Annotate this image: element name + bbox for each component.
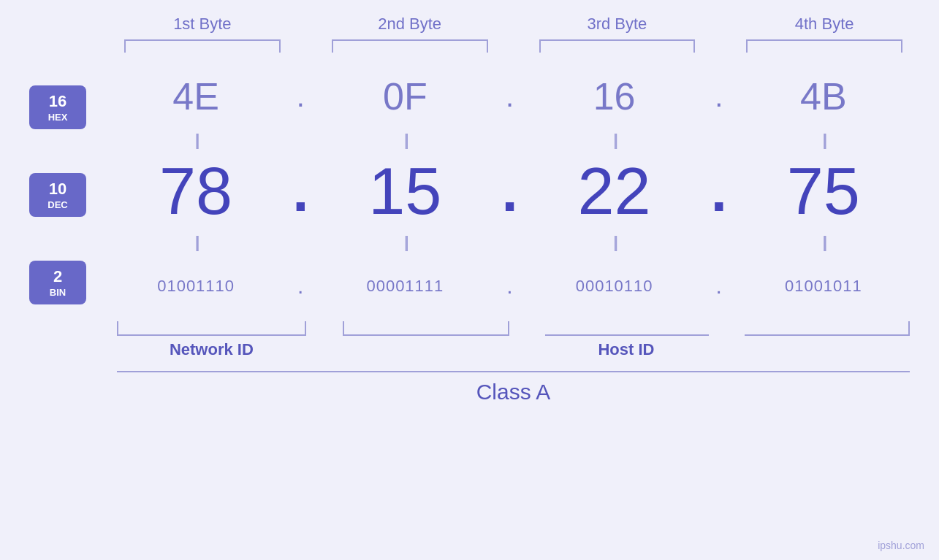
dec-val-2: 15 [368,154,441,229]
dec-val-1: 78 [159,154,232,229]
network-id-label: Network ID [170,340,254,358]
hex-val-2: 0F [383,74,427,118]
hex-base-label: HEX [48,112,68,123]
host-bracket [343,321,509,336]
dot-bin-1: . [297,274,303,299]
dot-hex-2: . [506,82,514,111]
base-labels: 16 HEX 10 DEC 2 BIN [29,67,110,315]
eq-4: || [822,131,824,150]
dec-val-3: 22 [578,154,651,229]
bin-val-3: 00010110 [576,277,653,296]
main-container: 1st Byte 2nd Byte 3rd Byte 4th Byte 16 H… [0,0,939,560]
host-id-label: Host ID [598,340,654,358]
dot-dec-1: . [292,162,308,220]
eq-3: || [613,131,615,150]
bottom-brackets [117,321,910,336]
equals-row-2: || || || || [110,228,910,257]
eq-8: || [822,233,824,252]
bin-base-num: 2 [53,267,62,286]
top-bracket-3 [539,39,696,53]
hex-val-4: 4B [800,74,847,118]
eq-5: || [194,233,197,252]
dot-bin-2: . [506,274,512,299]
bin-val-1: 01001110 [157,277,235,296]
bin-val-2: 00001111 [366,277,444,296]
hex-row: 4E . 0F . 16 . 4B [110,67,910,126]
bin-val-4: 01001011 [785,277,862,296]
dec-base-label: DEC [47,199,67,210]
bottom-labels: Network ID Host ID [117,340,910,359]
dec-row: 78 . 15 . 22 . 75 [110,155,910,228]
class-bar: Class A [117,371,910,404]
hex-base-num: 16 [49,92,66,111]
hex-badge: 16 HEX [29,85,86,129]
dec-base-num: 10 [49,180,66,199]
eq-1: || [194,131,197,150]
bin-badge: 2 BIN [29,261,86,304]
dot-hex-3: . [715,82,723,111]
byte-header-2: 2nd Byte [324,15,495,39]
hex-val-3: 16 [593,74,636,118]
network-bracket [117,321,306,336]
bottom-section: Network ID Host ID [117,321,910,359]
dot-dec-3: . [711,162,727,220]
equals-row-1: || || || || [110,126,910,155]
dot-bin-3: . [716,274,722,299]
top-bracket-2 [332,39,488,53]
eq-2: || [404,131,406,150]
dec-val-4: 75 [787,154,860,229]
byte-header-4: 4th Byte [739,15,910,39]
top-bracket-1 [124,39,281,53]
dec-badge: 10 DEC [29,173,86,217]
byte-header-1: 1st Byte [117,15,288,39]
class-label: Class A [476,380,551,404]
watermark: ipshu.com [878,540,924,551]
content-area: 16 HEX 10 DEC 2 BIN 4E . 0F . 16 . 4B [29,67,910,315]
dot-dec-2: . [501,162,517,220]
eq-7: || [613,233,615,252]
top-bracket-4 [746,39,902,53]
dot-hex-1: . [297,82,305,111]
eq-6: || [404,233,406,252]
values-grid: 4E . 0F . 16 . 4B || || || || 78 [110,67,910,315]
bin-base-label: BIN [50,287,66,298]
hex-val-1: 4E [172,74,219,118]
byte-header-3: 3rd Byte [532,15,703,39]
bin-row: 01001110 . 00001111 . 00010110 . 0100101… [110,257,910,315]
